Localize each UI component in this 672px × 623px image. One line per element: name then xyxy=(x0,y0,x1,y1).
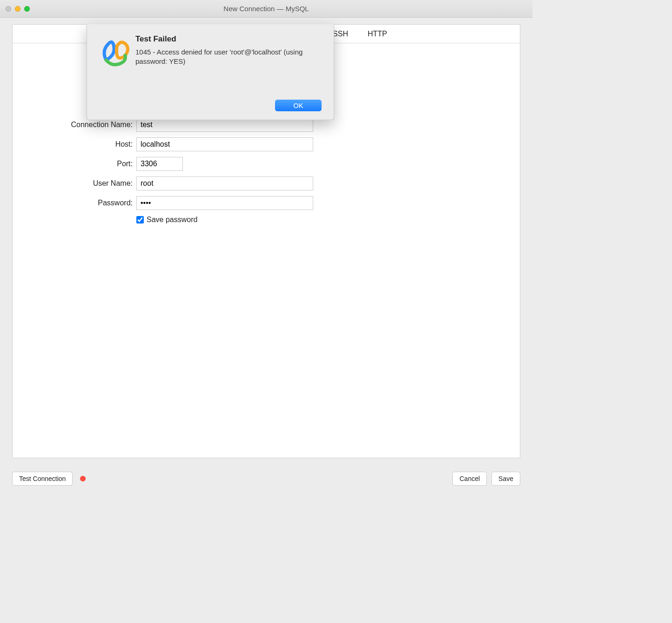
alert-title: Test Failed xyxy=(135,34,322,44)
zoom-window-icon[interactable] xyxy=(24,6,30,12)
cancel-button[interactable]: Cancel xyxy=(452,472,487,486)
alert-message: 1045 - Access denied for user 'root'@'lo… xyxy=(135,47,322,67)
status-indicator-icon xyxy=(80,476,86,481)
titlebar: New Connection — MySQL xyxy=(0,0,532,18)
close-window-icon[interactable] xyxy=(6,6,11,12)
password-input[interactable] xyxy=(136,196,313,210)
minimize-window-icon[interactable] xyxy=(15,6,20,12)
connection-form: Connection Name: Host: Port: User Name: … xyxy=(13,118,520,224)
user-name-input[interactable] xyxy=(136,176,313,190)
save-password-checkbox[interactable] xyxy=(136,216,144,223)
connection-name-label: Connection Name: xyxy=(13,121,136,129)
app-icon xyxy=(99,34,135,111)
port-label: Port: xyxy=(13,160,136,168)
alert-sheet: Test Failed 1045 - Access denied for use… xyxy=(87,24,334,120)
window-title: New Connection — MySQL xyxy=(6,5,527,13)
traffic-lights xyxy=(6,6,30,12)
tab-http[interactable]: HTTP xyxy=(362,27,393,41)
password-label: Password: xyxy=(13,199,136,207)
test-connection-button[interactable]: Test Connection xyxy=(12,472,73,486)
host-input[interactable] xyxy=(136,137,313,151)
user-name-label: User Name: xyxy=(13,179,136,188)
save-button[interactable]: Save xyxy=(491,472,520,486)
footer: Test Connection Cancel Save xyxy=(0,464,532,494)
port-input[interactable] xyxy=(136,157,183,171)
alert-ok-button[interactable]: OK xyxy=(275,100,322,111)
host-label: Host: xyxy=(13,140,136,149)
save-password-label: Save password xyxy=(147,216,197,224)
